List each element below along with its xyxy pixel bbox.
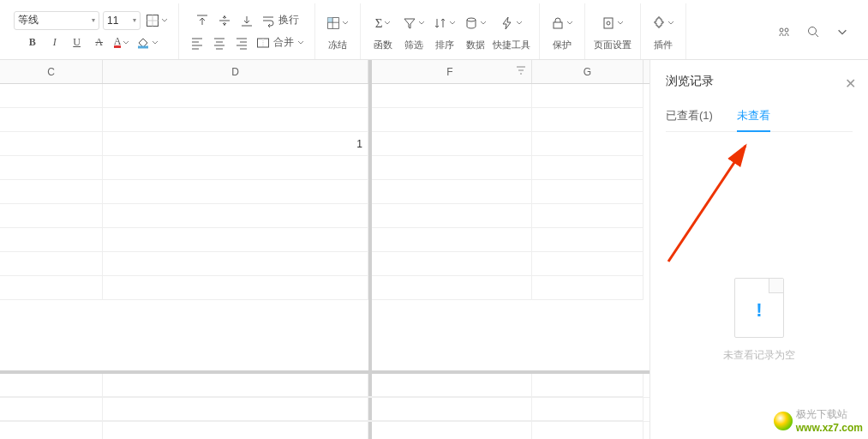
font-family-value: 等线	[18, 13, 39, 27]
page-setup-group: 页面设置	[585, 3, 641, 59]
merge-label: 合并	[273, 35, 294, 50]
history-panel: 浏览记录 ✕ 已查看(1) 未查看 ! 未查看记录为空	[650, 60, 868, 439]
svg-line-20	[816, 33, 819, 37]
align-center-button[interactable]	[210, 33, 229, 52]
empty-doc-icon: !	[734, 278, 784, 338]
watermark: 极光下载站 www.xz7.com	[774, 407, 863, 434]
sort-label: 排序	[435, 39, 454, 51]
border-button[interactable]	[144, 11, 170, 30]
protect-button[interactable]	[548, 11, 576, 35]
svg-point-16	[607, 21, 610, 25]
tab-unviewed[interactable]: 未查看	[737, 103, 770, 132]
page-setup-label: 页面设置	[594, 39, 632, 51]
toolbar-right	[763, 3, 863, 59]
filter-label: 筛选	[404, 39, 423, 51]
sort-button[interactable]	[431, 11, 458, 35]
protect-label: 保护	[553, 39, 572, 51]
filter-icon[interactable]	[516, 65, 526, 78]
protect-group: 保护	[540, 3, 585, 59]
tab-viewed[interactable]: 已查看(1)	[666, 103, 713, 131]
formula-group: Σ 函数 筛选 排序 数据 快捷工具	[361, 3, 540, 59]
close-icon[interactable]: ✕	[845, 75, 856, 92]
filter-button[interactable]	[400, 11, 428, 35]
plugin-group: 插件	[641, 3, 686, 59]
toolbar: 等线 ▾ 11 ▾ B I U A A	[0, 0, 868, 60]
function-button[interactable]: Σ	[369, 11, 397, 35]
valign-bottom-button[interactable]	[237, 11, 256, 30]
chevron-down-icon: ▾	[133, 16, 136, 24]
valign-top-button[interactable]	[193, 11, 212, 30]
plugin-button[interactable]	[650, 11, 677, 35]
col-header-d[interactable]: D	[103, 60, 368, 83]
svg-point-17	[780, 28, 783, 32]
spreadsheet-grid[interactable]: C D F G 1	[0, 60, 650, 439]
svg-rect-10	[328, 18, 333, 23]
svg-point-13	[467, 18, 476, 21]
align-right-button[interactable]	[232, 33, 251, 52]
empty-caption: 未查看记录为空	[666, 348, 853, 363]
panel-title: 浏览记录	[666, 74, 853, 89]
collapse-icon[interactable]	[834, 23, 851, 40]
function-label: 函数	[374, 39, 392, 51]
freeze-group: 冻结	[315, 3, 361, 59]
svg-rect-14	[554, 22, 562, 28]
watermark-site: 极光下载站	[796, 407, 863, 422]
watermark-url: www.xz7.com	[796, 422, 863, 434]
svg-point-18	[785, 28, 788, 32]
empty-state: ! 未查看记录为空	[666, 278, 853, 363]
column-headers: C D F G	[0, 60, 650, 84]
watermark-logo-icon	[774, 412, 793, 430]
align-left-button[interactable]	[188, 33, 207, 52]
merge-cells-button[interactable]: 合并	[254, 33, 306, 52]
alignment-group: 换行 合并	[179, 3, 315, 59]
underline-button[interactable]: U	[68, 33, 87, 52]
search-icon[interactable]	[805, 23, 822, 40]
quick-tools-button[interactable]	[498, 11, 525, 35]
svg-rect-15	[604, 18, 613, 28]
bold-button[interactable]: B	[23, 33, 42, 52]
fill-color-button[interactable]	[135, 33, 160, 52]
font-group: 等线 ▾ 11 ▾ B I U A A	[5, 3, 179, 59]
strike-button[interactable]: A	[90, 33, 109, 52]
share-icon[interactable]	[775, 23, 793, 40]
wrap-text-label: 换行	[278, 13, 299, 27]
panel-tabs: 已查看(1) 未查看	[666, 103, 853, 132]
col-header-f[interactable]: F	[368, 60, 532, 83]
cell-d3[interactable]: 1	[103, 132, 368, 156]
quick-label: 快捷工具	[493, 39, 530, 51]
col-header-g[interactable]: G	[532, 60, 644, 83]
font-size-value: 11	[107, 15, 118, 27]
freeze-button[interactable]	[324, 11, 351, 35]
page-setup-button[interactable]	[599, 11, 626, 35]
chevron-down-icon: ▾	[92, 16, 95, 24]
font-color-button[interactable]: A	[112, 33, 132, 52]
col-header-c[interactable]: C	[0, 60, 103, 83]
plugin-label: 插件	[654, 39, 673, 51]
valign-middle-button[interactable]	[215, 11, 234, 30]
svg-point-19	[809, 27, 817, 34]
font-family-select[interactable]: 等线 ▾	[14, 11, 99, 30]
col-header-f-label: F	[446, 66, 452, 78]
wrap-text-button[interactable]: 换行	[260, 11, 301, 30]
data-button[interactable]	[462, 11, 489, 35]
font-size-select[interactable]: 11 ▾	[103, 11, 141, 30]
italic-button[interactable]: I	[45, 33, 64, 52]
data-label: 数据	[466, 39, 485, 51]
freeze-label: 冻结	[328, 39, 347, 51]
